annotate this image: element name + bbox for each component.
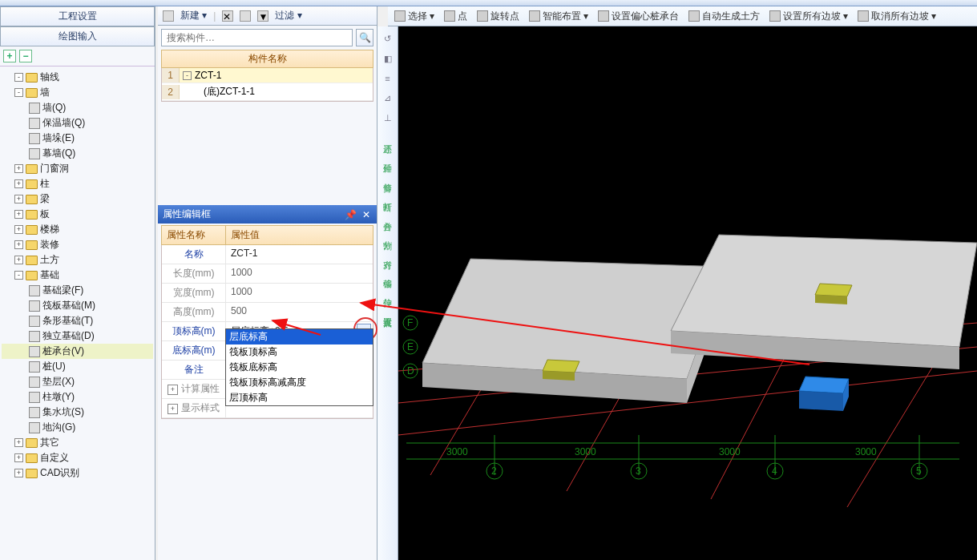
3d-viewport[interactable]: 3000 3000 3000 3000 2 3 4 5 F E D bbox=[398, 26, 977, 560]
expand-all-button[interactable]: + bbox=[3, 50, 16, 62]
tree-item[interactable]: 桩(U) bbox=[2, 359, 153, 374]
property-row[interactable]: 长度(mm)1000 bbox=[162, 264, 373, 284]
twisty-icon[interactable]: - bbox=[14, 271, 23, 280]
vtool[interactable]: 对齐 bbox=[381, 246, 395, 260]
component-name: ZCT-1 bbox=[195, 68, 221, 83]
vtool[interactable]: 合并 bbox=[381, 207, 395, 222]
tree-item[interactable]: +其它 bbox=[2, 435, 153, 450]
tool-select[interactable]: 选择 ▾ bbox=[394, 10, 434, 23]
twisty-icon[interactable]: + bbox=[14, 210, 23, 219]
vtool-icon[interactable]: ⊥ bbox=[381, 111, 395, 126]
dropdown-option[interactable]: 筏板顶标高 bbox=[226, 344, 373, 360]
vtool-icon[interactable]: ↺ bbox=[381, 31, 395, 46]
twisty-icon[interactable]: - bbox=[14, 73, 23, 82]
tree-item[interactable]: -轴线 bbox=[2, 70, 153, 85]
tab-draw-input[interactable]: 绘图输入 bbox=[0, 26, 155, 46]
tree-item[interactable]: -墙 bbox=[2, 85, 153, 100]
tree-item[interactable]: +板 bbox=[2, 207, 153, 222]
vtool[interactable]: 还原 bbox=[381, 131, 395, 145]
twisty-icon[interactable]: + bbox=[14, 164, 23, 173]
tool-set-slope[interactable]: 设置所有边坡 ▾ bbox=[769, 10, 848, 23]
tree-item[interactable]: 独立基础(D) bbox=[2, 328, 153, 344]
tree-item[interactable]: 保温墙(Q) bbox=[2, 115, 153, 131]
tree-item[interactable]: 幕墙(Q) bbox=[2, 146, 153, 161]
dropdown-option[interactable]: 筏板顶标高减高度 bbox=[226, 375, 373, 390]
tree-item[interactable]: 桩承台(V) bbox=[2, 344, 153, 359]
vtool[interactable]: 分割 bbox=[381, 227, 395, 241]
vtool[interactable]: 偏移 bbox=[381, 265, 395, 280]
tool-rotate-point[interactable]: 旋转点 bbox=[477, 10, 519, 23]
twisty-icon[interactable]: + bbox=[14, 469, 23, 477]
tree-item[interactable]: 柱墩(Y) bbox=[2, 389, 153, 405]
twisty-icon[interactable]: + bbox=[14, 195, 23, 203]
leaf-icon bbox=[29, 285, 40, 296]
property-value[interactable]: 1000 bbox=[226, 264, 373, 283]
tree-item[interactable]: 条形基础(T) bbox=[2, 313, 153, 328]
twisty-icon[interactable]: + bbox=[14, 225, 23, 234]
tree-item[interactable]: +楼梯 bbox=[2, 222, 153, 237]
dropdown-option[interactable]: 筏板底标高 bbox=[226, 360, 373, 375]
tree-item-label: 墙 bbox=[40, 86, 50, 99]
elevation-dropdown-list[interactable]: 层底标高筏板顶标高筏板底标高筏板顶标高减高度层顶标高 bbox=[225, 328, 373, 406]
tree-item-label: 幕墙(Q) bbox=[42, 147, 75, 160]
tree-item[interactable]: +柱 bbox=[2, 176, 153, 191]
search-input[interactable] bbox=[161, 29, 353, 46]
tree-item[interactable]: +土方 bbox=[2, 252, 153, 268]
property-row[interactable]: 高度(mm)500 bbox=[162, 303, 373, 322]
tool-cancel-slope[interactable]: 取消所有边坡 ▾ bbox=[858, 10, 936, 23]
close-icon[interactable]: ✕ bbox=[361, 209, 372, 220]
tree-item[interactable]: +自定义 bbox=[2, 450, 153, 465]
tree-item[interactable]: 集水坑(S) bbox=[2, 405, 153, 420]
delete-icon[interactable]: ✕ bbox=[222, 10, 233, 22]
tree-item[interactable]: +门窗洞 bbox=[2, 161, 153, 176]
copy-icon[interactable] bbox=[240, 10, 251, 22]
tree-item[interactable]: 墙(Q) bbox=[2, 100, 153, 115]
property-value[interactable]: 500 bbox=[226, 303, 373, 321]
vtool[interactable]: 拉伸 bbox=[381, 284, 395, 299]
vtool[interactable]: 延伸 bbox=[381, 150, 395, 164]
tree-item[interactable]: 基础梁(F) bbox=[2, 283, 153, 298]
tree-item[interactable]: 地沟(G) bbox=[2, 420, 153, 435]
tree-item[interactable]: 墙垛(E) bbox=[2, 131, 153, 146]
component-row[interactable]: 1-ZCT-1 bbox=[162, 68, 373, 83]
property-value[interactable]: ZCT-1 bbox=[226, 245, 373, 264]
vtool-icon[interactable]: ⊿ bbox=[381, 91, 395, 106]
twisty-icon[interactable]: + bbox=[14, 179, 23, 188]
twisty-icon[interactable]: + bbox=[14, 240, 23, 249]
vtool[interactable]: 修剪 bbox=[381, 169, 395, 183]
earth-icon bbox=[688, 10, 700, 22]
vtool[interactable]: 打断 bbox=[381, 188, 395, 203]
dropdown-option[interactable]: 层顶标高 bbox=[226, 390, 373, 405]
property-row[interactable]: 名称ZCT-1 bbox=[162, 245, 373, 264]
prop-header-name: 属性名称 bbox=[162, 226, 226, 244]
twisty-icon[interactable]: - bbox=[14, 88, 23, 97]
tab-project-settings[interactable]: 工程设置 bbox=[0, 6, 155, 26]
tree-item[interactable]: -基础 bbox=[2, 268, 153, 283]
property-row[interactable]: 宽度(mm)1000 bbox=[162, 284, 373, 303]
twisty-icon[interactable]: + bbox=[14, 453, 23, 462]
new-button[interactable]: 新建 ▾ bbox=[180, 9, 207, 22]
tool-point[interactable]: 点 bbox=[444, 10, 467, 23]
pin-icon[interactable]: 📌 bbox=[345, 209, 356, 220]
leaf-icon bbox=[29, 377, 40, 388]
dropdown-option[interactable]: 层底标高 bbox=[226, 329, 373, 344]
filter-button[interactable]: 过滤 ▾ bbox=[275, 9, 301, 22]
vtool-icon[interactable]: ≡ bbox=[381, 71, 395, 86]
tree-item[interactable]: +CAD识别 bbox=[2, 465, 153, 481]
component-row[interactable]: 2(底)ZCT-1-1 bbox=[162, 83, 373, 101]
tool-auto-earth[interactable]: 自动生成土方 bbox=[688, 10, 760, 23]
tool-eccentric[interactable]: 设置偏心桩承台 bbox=[598, 10, 679, 23]
tree-item[interactable]: +梁 bbox=[2, 191, 153, 207]
search-go-button[interactable]: 🔍 bbox=[356, 29, 373, 46]
collapse-all-button[interactable]: − bbox=[19, 50, 32, 62]
tree-item[interactable]: 垫层(X) bbox=[2, 374, 153, 389]
tree-item[interactable]: 筏板基础(M) bbox=[2, 298, 153, 313]
tree-item[interactable]: +装修 bbox=[2, 237, 153, 252]
vtool-icon[interactable]: ◧ bbox=[381, 51, 395, 66]
twisty-icon[interactable]: + bbox=[14, 438, 23, 447]
vtool[interactable]: 设置夹点 bbox=[381, 304, 395, 318]
twisty-icon[interactable]: - bbox=[183, 71, 192, 80]
property-value[interactable]: 1000 bbox=[226, 284, 373, 302]
tool-smart-layout[interactable]: 智能布置 ▾ bbox=[529, 10, 588, 23]
twisty-icon[interactable]: + bbox=[14, 256, 23, 264]
